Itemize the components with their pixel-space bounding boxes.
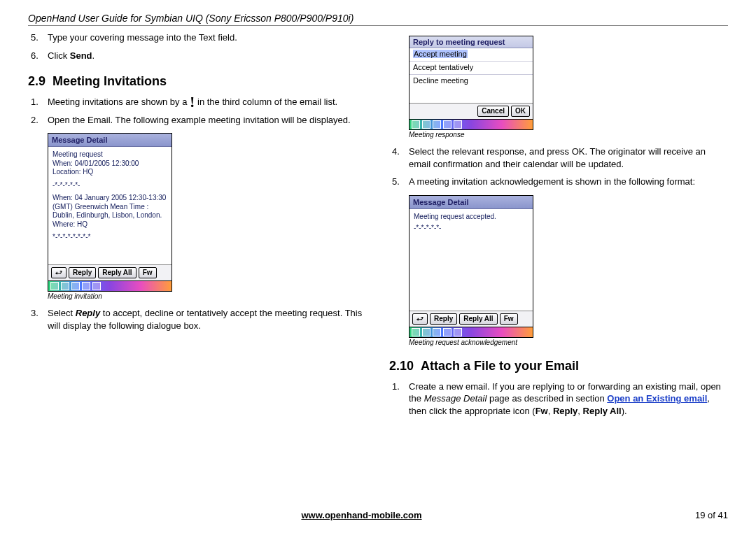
back-button[interactable]: ⮐ bbox=[412, 313, 428, 325]
cross-ref-link[interactable]: Open an Existing email bbox=[607, 393, 707, 404]
uiq-titlebar: Message Detail bbox=[410, 196, 533, 209]
list-text-bold-ital: Reply bbox=[76, 308, 100, 318]
forward-button[interactable]: Fw bbox=[500, 313, 518, 325]
list-text: A meeting invitation acknowledgement is … bbox=[409, 176, 695, 187]
meeting-invitations-steps-cont: 3. Select Reply to accept, decline or te… bbox=[28, 307, 367, 332]
section-heading-2-10: 2.10Attach a File to your Email bbox=[389, 359, 728, 374]
list-number: 3. bbox=[31, 307, 38, 320]
body-line: When: 04 January 2005 12:30-13:30 bbox=[52, 194, 167, 203]
uiq-screenshot: Message Detail Meeting request accepted.… bbox=[409, 195, 533, 338]
uiq-statusbar bbox=[410, 119, 533, 129]
uiq-button-row: ⮐ Reply Reply All Fw bbox=[48, 264, 172, 280]
list-number: 1. bbox=[392, 381, 400, 393]
list-text: Select the relevant response, and press … bbox=[409, 146, 706, 169]
page-footer: www.openhand-mobile.com 19 of 41 bbox=[28, 510, 728, 520]
section-number: 2.10 bbox=[389, 359, 414, 373]
list-text-pre: Meeting invitations are shown by a bbox=[48, 97, 190, 107]
figure-caption: Meeting request acknowledgement bbox=[409, 339, 728, 346]
body-separator: -*-*-*-*-*- bbox=[414, 224, 528, 233]
list-number: 5. bbox=[31, 31, 38, 44]
figure-meeting-ack: Message Detail Meeting request accepted.… bbox=[409, 195, 728, 346]
text-fragment: , bbox=[578, 406, 582, 416]
uiq-body: Meeting request accepted. -*-*-*-*-*- bbox=[410, 209, 533, 311]
list-number: 6. bbox=[31, 50, 38, 62]
status-icon bbox=[61, 282, 69, 290]
cancel-button[interactable]: Cancel bbox=[477, 106, 509, 117]
section-title: Attach a File to your Email bbox=[421, 359, 579, 373]
two-column-layout: 5. Type your covering message into the T… bbox=[28, 31, 728, 424]
figure-caption: Meeting response bbox=[409, 131, 728, 138]
status-icon bbox=[71, 282, 80, 290]
status-icon bbox=[433, 328, 441, 336]
right-column: Reply to meeting request Accept meeting … bbox=[389, 31, 728, 424]
text-fragment: ). bbox=[622, 406, 627, 416]
option-decline[interactable]: Decline meeting bbox=[410, 75, 533, 87]
list-number: 5. bbox=[392, 176, 400, 188]
body-line: Where: HQ bbox=[52, 220, 167, 229]
uiq-titlebar: Message Detail bbox=[48, 134, 172, 147]
ok-button[interactable]: OK bbox=[511, 106, 530, 117]
status-icon bbox=[454, 328, 462, 336]
uiq-statusbar bbox=[48, 280, 172, 291]
reply-button[interactable]: Reply bbox=[69, 267, 96, 278]
status-icon bbox=[412, 328, 420, 336]
text-fragment: page as described in section bbox=[486, 393, 607, 404]
document-page: OpenHand User Guide for Symbian UIQ (Son… bbox=[0, 0, 756, 431]
page-header: OpenHand User Guide for Symbian UIQ (Son… bbox=[28, 13, 728, 24]
uiq-body: Meeting request When: 04/01/2005 12:30:0… bbox=[48, 147, 172, 264]
status-icon bbox=[454, 120, 462, 129]
section-number: 2.9 bbox=[28, 74, 46, 88]
list-item: 4. Select the relevant response, and pre… bbox=[409, 145, 728, 170]
list-number: 2. bbox=[31, 114, 38, 127]
uiq-body: Accept meeting Accept tentatively Declin… bbox=[410, 48, 533, 103]
continued-steps-list: 5. Type your covering message into the T… bbox=[28, 31, 367, 62]
uiq-dialog-title: Reply to meeting request bbox=[410, 36, 533, 48]
uiq-screenshot: Message Detail Meeting request When: 04/… bbox=[48, 133, 172, 292]
list-text: Open the Email. The following example me… bbox=[48, 115, 351, 125]
footer-website[interactable]: www.openhand-mobile.com bbox=[301, 510, 421, 520]
body-line: Meeting request accepted. bbox=[414, 213, 528, 222]
option-label: Accept meeting bbox=[413, 50, 468, 58]
list-text-pre: Select bbox=[48, 308, 76, 318]
header-rule bbox=[28, 25, 728, 26]
status-icon bbox=[412, 120, 420, 129]
status-icon bbox=[50, 282, 59, 290]
status-icon bbox=[82, 282, 90, 290]
text-fragment: , bbox=[548, 406, 553, 416]
body-line: Dublin, Edinburgh, Lisbon, London. bbox=[52, 211, 167, 220]
back-button[interactable]: ⮐ bbox=[51, 267, 66, 278]
reply-button[interactable]: Reply bbox=[430, 313, 457, 325]
status-icon bbox=[92, 282, 101, 290]
reply-all-button[interactable]: Reply All bbox=[459, 313, 497, 325]
status-icon bbox=[422, 328, 430, 336]
status-icon bbox=[433, 120, 441, 129]
uiq-statusbar bbox=[410, 327, 533, 337]
body-separator: *-*-*-*-*-*-*-* bbox=[52, 233, 167, 242]
forward-button[interactable]: Fw bbox=[139, 267, 157, 278]
option-accept[interactable]: Accept meeting bbox=[410, 48, 533, 62]
text-italic: Message Detail bbox=[424, 393, 487, 404]
left-column: 5. Type your covering message into the T… bbox=[28, 31, 367, 424]
status-icon bbox=[443, 328, 451, 336]
status-icon bbox=[443, 120, 451, 129]
list-item: 5. Type your covering message into the T… bbox=[48, 31, 367, 44]
uiq-screenshot: Reply to meeting request Accept meeting … bbox=[409, 36, 533, 130]
meeting-response-steps: 4. Select the relevant response, and pre… bbox=[389, 145, 728, 188]
body-line: When: 04/01/2005 12:30:00 bbox=[52, 159, 167, 169]
figure-meeting-invitation: Message Detail Meeting request When: 04/… bbox=[48, 133, 367, 300]
text-bold: Reply bbox=[553, 406, 578, 416]
status-icon bbox=[422, 120, 430, 129]
list-text-bold: Send bbox=[70, 50, 92, 61]
section-heading-2-9: 2.9Meeting Invitations bbox=[28, 74, 367, 89]
option-tentative[interactable]: Accept tentatively bbox=[410, 62, 533, 75]
reply-all-button[interactable]: Reply All bbox=[98, 267, 136, 278]
list-text-post: in the third column of the email list. bbox=[195, 97, 337, 107]
text-bold: Fw bbox=[536, 406, 548, 416]
list-item: 1. Meeting invitations are shown by a ! … bbox=[48, 96, 367, 108]
list-text-post: . bbox=[92, 50, 95, 61]
list-item: 2. Open the Email. The following example… bbox=[48, 114, 367, 127]
body-line: (GMT) Greenwich Mean Time : bbox=[52, 203, 167, 212]
list-number: 4. bbox=[392, 145, 400, 158]
list-text-pre: Click bbox=[48, 50, 70, 61]
figure-meeting-response: Reply to meeting request Accept meeting … bbox=[409, 36, 728, 138]
